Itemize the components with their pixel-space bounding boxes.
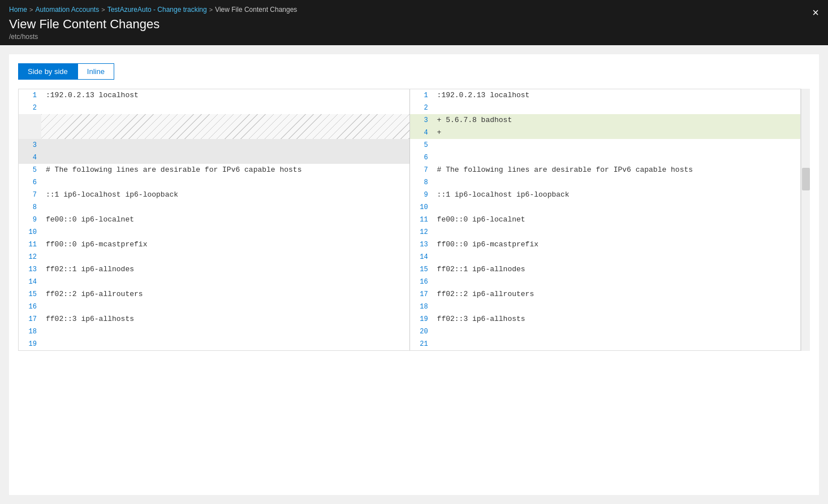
- table-row: 18: [410, 301, 801, 313]
- line-content: :192.0.2.13 localhost: [41, 89, 409, 102]
- table-row: 9::1 ip6-localhost ip6-loopback: [410, 189, 801, 201]
- line-number: 9: [19, 214, 41, 226]
- line-number: 11: [410, 214, 433, 226]
- close-button[interactable]: ×: [812, 7, 819, 18]
- line-number: 16: [19, 301, 41, 313]
- diff-wrapper: 1:192.0.2.13 localhost2345# The followin…: [18, 89, 810, 351]
- line-number: 17: [410, 288, 433, 301]
- line-number: 15: [19, 288, 41, 301]
- line-number: 7: [19, 189, 41, 201]
- scrollbar-thumb[interactable]: [802, 168, 810, 190]
- line-content: [433, 301, 801, 313]
- line-content: ::1 ip6-localhost ip6-loopback: [41, 189, 409, 201]
- table-row: 20: [410, 325, 801, 338]
- line-number: 1: [410, 89, 433, 102]
- table-row: 16: [19, 301, 409, 313]
- line-content: :192.0.2.13 localhost: [433, 89, 801, 102]
- breadcrumb-tracking[interactable]: TestAzureAuto - Change tracking: [107, 6, 207, 14]
- table-row: 10: [410, 201, 801, 214]
- line-content: ff02::3 ip6-allhosts: [41, 313, 409, 325]
- line-number: 6: [410, 151, 433, 164]
- line-content: ff00::0 ip6-mcastprefix: [433, 238, 801, 251]
- line-number: 8: [410, 176, 433, 189]
- line-number: 6: [19, 176, 41, 189]
- table-row: 6: [410, 151, 801, 164]
- table-row: 7::1 ip6-localhost ip6-loopback: [19, 189, 409, 201]
- line-content: fe00::0 ip6-localnet: [41, 214, 409, 226]
- line-number: 13: [19, 263, 41, 276]
- line-content: [433, 251, 801, 263]
- line-content: [41, 176, 409, 189]
- line-number: 8: [19, 201, 41, 214]
- breadcrumb-automation[interactable]: Automation Accounts: [35, 6, 99, 14]
- line-number: 10: [410, 201, 433, 214]
- line-content: [41, 276, 409, 288]
- line-number: 12: [19, 251, 41, 263]
- line-number: 11: [19, 238, 41, 251]
- line-content: ff02::1 ip6-allnodes: [41, 263, 409, 276]
- tab-inline[interactable]: Inline: [77, 63, 114, 80]
- line-number: 10: [19, 226, 41, 238]
- tab-side-by-side[interactable]: Side by side: [18, 63, 77, 80]
- table-row: 15ff02::2 ip6-allrouters: [19, 288, 409, 301]
- line-content: ff02::2 ip6-allrouters: [433, 288, 801, 301]
- line-number: 21: [410, 338, 433, 350]
- line-number: 18: [19, 325, 41, 338]
- table-row: 13ff00::0 ip6-mcastprefix: [410, 238, 801, 251]
- scrollbar[interactable]: [801, 89, 810, 351]
- line-content: ::1 ip6-localhost ip6-loopback: [433, 189, 801, 201]
- line-number: 3: [410, 114, 433, 127]
- breadcrumb-home[interactable]: Home: [9, 6, 27, 14]
- table-row: 13ff02::1 ip6-allnodes: [19, 263, 409, 276]
- breadcrumb-sep-2: >: [101, 6, 105, 13]
- line-number: 7: [410, 164, 433, 176]
- line-number: 18: [410, 301, 433, 313]
- line-content: [41, 251, 409, 263]
- page-title: View File Content Changes: [9, 17, 819, 32]
- line-content: [433, 325, 801, 338]
- line-number: 17: [19, 313, 41, 325]
- line-content: [41, 102, 409, 114]
- table-row: 1:192.0.2.13 localhost: [410, 89, 801, 102]
- content-area: Side by side Inline 1:192.0.2.13 localho…: [9, 54, 819, 495]
- line-number: 15: [410, 263, 433, 276]
- table-row: 5# The following lines are desirable for…: [19, 164, 409, 176]
- line-content: +: [433, 127, 801, 139]
- line-content: [41, 151, 409, 164]
- line-content: [433, 151, 801, 164]
- table-row: 18: [19, 325, 409, 338]
- line-number: 2: [410, 102, 433, 114]
- line-content: ff00::0 ip6-mcastprefix: [41, 238, 409, 251]
- table-row: 4: [19, 151, 409, 164]
- breadcrumb-sep-1: >: [29, 6, 33, 13]
- diff-container: 1:192.0.2.13 localhost2345# The followin…: [18, 89, 801, 351]
- line-content: # The following lines are desirable for …: [433, 164, 801, 176]
- table-row: 19ff02::3 ip6-allhosts: [410, 313, 801, 325]
- diff-panel-right: 1:192.0.2.13 localhost23+ 5.6.7.8 badhos…: [410, 89, 801, 350]
- line-content: [433, 201, 801, 214]
- line-number: 12: [410, 226, 433, 238]
- line-number: 4: [410, 127, 433, 139]
- table-row: 5: [410, 139, 801, 151]
- table-row: 21: [410, 338, 801, 350]
- line-content: ff02::1 ip6-allnodes: [433, 263, 801, 276]
- table-row: 11fe00::0 ip6-localnet: [410, 214, 801, 226]
- table-row: 3+ 5.6.7.8 badhost: [410, 114, 801, 127]
- table-row: 16: [410, 276, 801, 288]
- line-number: 3: [19, 139, 41, 151]
- line-number: 16: [410, 276, 433, 288]
- line-number: 2: [19, 102, 41, 114]
- table-row: 17ff02::2 ip6-allrouters: [410, 288, 801, 301]
- line-number: 14: [410, 251, 433, 263]
- table-row: 1:192.0.2.13 localhost: [19, 89, 409, 102]
- table-row: 8: [410, 176, 801, 189]
- line-number: 19: [410, 313, 433, 325]
- line-number: 1: [19, 89, 41, 102]
- line-content: [41, 301, 409, 313]
- hatch-area: [19, 114, 409, 139]
- table-row: 11ff00::0 ip6-mcastprefix: [19, 238, 409, 251]
- line-number: 4: [19, 151, 41, 164]
- line-content: [41, 226, 409, 238]
- line-number: 5: [19, 164, 41, 176]
- line-content: [41, 325, 409, 338]
